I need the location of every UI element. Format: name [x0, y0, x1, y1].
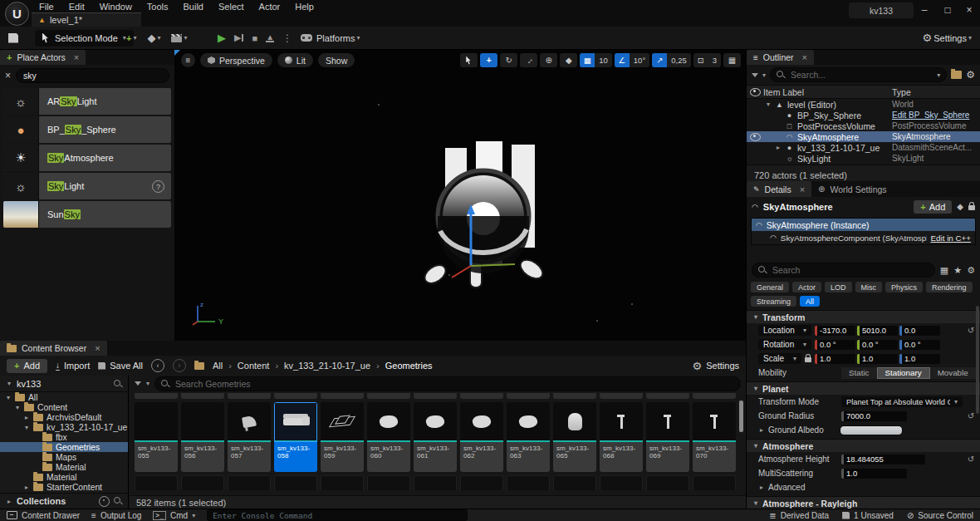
rotation-snap-control[interactable]: ∠ 10° — [615, 53, 649, 67]
scale-dropdown[interactable]: Scale ▾ — [758, 353, 801, 364]
rotate-tool-button[interactable]: ↻ — [500, 53, 517, 67]
move-tool-button[interactable]: + — [480, 53, 497, 67]
back-icon[interactable]: ‹ — [151, 359, 164, 372]
eye-cell[interactable] — [747, 133, 763, 141]
outliner-row[interactable]: ●BP_Sky_SphereEdit BP_Sky_Sphere — [747, 110, 980, 120]
mobility-movable[interactable]: Movable — [930, 367, 976, 379]
skip-button[interactable]: ▶ — [234, 32, 243, 43]
console-command-input[interactable] — [207, 509, 468, 521]
reset-icon[interactable]: ↺ — [966, 326, 976, 335]
tree-item-content[interactable]: ▾Content — [0, 402, 128, 412]
outliner-row[interactable]: ☼SkyLightSkyLight — [747, 153, 980, 164]
world-coord-button[interactable]: ⊕ — [540, 53, 557, 67]
filter-streaming[interactable]: Streaming — [751, 296, 796, 307]
expand-icon[interactable]: ▸ — [758, 426, 765, 434]
viewport-scene[interactable] — [390, 133, 581, 299]
menu-help[interactable]: Help — [287, 0, 321, 13]
atmosphere-height-field[interactable]: 18.484055 — [841, 455, 925, 464]
play-button[interactable]: ▶ — [218, 32, 226, 44]
tree-item-fbx[interactable]: fbx — [0, 432, 128, 442]
tab-place-actors[interactable]: + Place Actors × — [0, 50, 86, 65]
close-icon[interactable]: × — [796, 184, 805, 194]
asset-search-input[interactable] — [174, 378, 734, 390]
place-actor-item[interactable]: ☼ARSky Light — [3, 88, 171, 115]
details-searchbox[interactable] — [752, 263, 935, 278]
search-icon[interactable] — [114, 497, 122, 505]
source-control-button[interactable]: ⊘ Source Control — [907, 511, 973, 520]
asset-tile-partial[interactable] — [460, 475, 503, 490]
rotation-y-field[interactable]: 0.0 ° — [857, 340, 898, 350]
level-tab[interactable]: ▲ level_1* — [32, 12, 141, 27]
scale-x-field[interactable]: 1.0 — [815, 354, 855, 364]
filter-icon[interactable] — [752, 73, 758, 77]
rotation-z-field[interactable]: 0.0 ° — [899, 340, 940, 350]
scale-z-field[interactable]: 1.0 — [899, 354, 940, 364]
place-actor-item[interactable]: ●BP_Sky_Sphere — [3, 116, 171, 143]
multiscattering-field[interactable]: 1.0 — [841, 469, 907, 479]
cmd-dropdown[interactable]: >_ Cmd ▾ — [153, 511, 195, 520]
menu-select[interactable]: Select — [211, 0, 252, 13]
outliner-row[interactable]: ◠SkyAtmosphereSkyAtmosphere — [747, 131, 980, 142]
caret-icon[interactable]: ▸ — [23, 414, 30, 421]
gear-icon[interactable]: ⚙ — [966, 69, 975, 81]
cb-settings-dropdown[interactable]: ⚙ Settings — [693, 360, 739, 372]
caret-icon[interactable]: ▸ — [23, 484, 30, 491]
search-icon[interactable] — [114, 380, 122, 388]
reset-icon[interactable]: ↺ — [966, 455, 976, 464]
tree-item-startercontent[interactable]: ▸StarterContent — [0, 482, 128, 492]
asset-tile[interactable]: sm_kv133-059 — [321, 402, 364, 472]
breadcrumb-item[interactable]: All — [213, 361, 223, 371]
close-icon[interactable]: × — [91, 343, 100, 353]
location-dropdown[interactable]: Location ▾ — [758, 325, 811, 336]
atmosphere-section-header[interactable]: ▾ Atmosphere — [747, 439, 980, 452]
column-item-label[interactable]: Item Label — [763, 87, 892, 97]
component-row[interactable]: ◠ SkyAtmosphereComponent (SkyAtmosphereC… — [752, 231, 975, 244]
asset-tile[interactable]: sm_kv133-056 — [181, 402, 224, 472]
target-icon[interactable] — [99, 496, 110, 507]
camera-speed-value[interactable]: 3 — [708, 56, 721, 65]
tree-item-all[interactable]: ▾All — [0, 392, 128, 402]
close-button[interactable]: × — [960, 2, 978, 18]
asset-tile[interactable]: sm_kv133-063 — [507, 402, 550, 472]
planet-section-header[interactable]: ▾ Planet — [747, 381, 980, 395]
caret-icon[interactable]: ▸ — [775, 144, 782, 151]
tree-item-maps[interactable]: Maps — [0, 452, 128, 462]
tab-content-browser[interactable]: Content Browser × — [0, 341, 107, 356]
breadcrumb-item[interactable]: Geometries — [385, 361, 433, 371]
asset-tile[interactable]: sm_kv133-057 — [228, 402, 271, 472]
show-dropdown[interactable]: Show — [318, 53, 355, 67]
place-actors-search-input[interactable] — [16, 68, 169, 83]
viewport-menu-icon[interactable]: ≡ — [181, 53, 195, 67]
blueprints-button[interactable]: ◆▾ — [147, 32, 160, 44]
asset-tile[interactable]: sm_kv133-070 — [693, 402, 736, 472]
expand-icon[interactable]: ▸ — [6, 498, 12, 505]
menu-edit[interactable]: Edit — [61, 0, 92, 13]
filter-misc[interactable]: Misc — [855, 282, 883, 292]
asset-tile[interactable]: sm_kv133-055 — [135, 402, 178, 472]
mobility-static[interactable]: Static — [841, 367, 877, 379]
asset-tile-partial[interactable] — [600, 393, 643, 399]
asset-tile-partial[interactable] — [181, 475, 224, 490]
chevron-down-icon[interactable]: ▾ — [762, 71, 766, 79]
breadcrumb-item[interactable]: kv_133_21-10-17_ue — [284, 361, 370, 371]
grid-snap-control[interactable]: ▦ 10 — [580, 53, 612, 67]
collections-bar[interactable]: ▸ Collections — [0, 493, 128, 509]
asset-tile-partial[interactable] — [367, 475, 410, 490]
asset-tile-partial[interactable] — [507, 475, 550, 490]
eye-icon[interactable] — [750, 88, 761, 96]
menu-window[interactable]: Window — [92, 0, 140, 13]
place-actor-item[interactable]: ☼Sky Light? — [3, 173, 171, 199]
tab-world-settings[interactable]: ⊕ World Settings — [811, 181, 893, 197]
filter-general[interactable]: General — [751, 282, 789, 292]
outliner-row[interactable]: ▾▲level (Editor)World — [747, 99, 980, 110]
filter-rendering[interactable]: Rendering — [926, 282, 973, 292]
tree-item-material[interactable]: Material — [0, 462, 128, 472]
settings-dropdown[interactable]: ⚙ Settings ▾ — [923, 32, 972, 44]
location-z-field[interactable]: 0.0 — [899, 326, 940, 336]
caret-icon[interactable]: ▾ — [14, 404, 21, 411]
rotation-dropdown[interactable]: Rotation ▾ — [758, 339, 811, 350]
asset-tile-partial[interactable] — [321, 393, 364, 399]
asset-tile[interactable]: sm_kv133-061 — [414, 402, 457, 472]
add-button[interactable]: + Add — [7, 359, 47, 373]
minimize-button[interactable]: – — [915, 2, 933, 18]
